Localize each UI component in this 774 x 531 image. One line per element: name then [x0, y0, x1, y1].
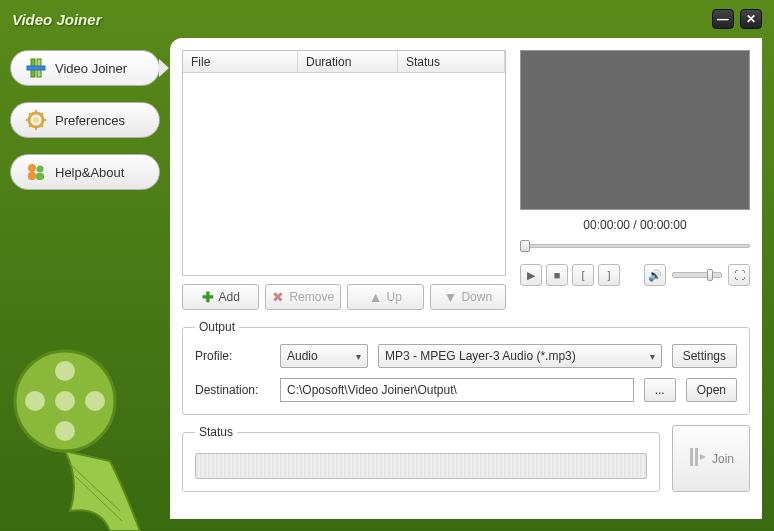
stop-button[interactable]: ■ [546, 264, 568, 286]
play-button[interactable]: ▶ [520, 264, 542, 286]
join-button[interactable]: Join [672, 425, 750, 492]
joiner-icon [25, 57, 47, 79]
nav-help-about[interactable]: Help&About [10, 154, 160, 190]
plus-icon: ✚ [201, 290, 215, 304]
app-title: Video Joiner [12, 11, 101, 28]
bracket-left-icon: [ [581, 269, 584, 281]
profile-format-select[interactable]: MP3 - MPEG Layer-3 Audio (*.mp3) [378, 344, 662, 368]
gear-icon [25, 109, 47, 131]
settings-button[interactable]: Settings [672, 344, 737, 368]
output-legend: Output [195, 320, 239, 334]
stop-icon: ■ [554, 269, 561, 281]
svg-line-9 [29, 113, 31, 115]
svg-rect-15 [28, 172, 36, 180]
down-button[interactable]: ▼ Down [430, 284, 507, 310]
mute-button[interactable]: 🔊 [644, 264, 666, 286]
up-button[interactable]: ▲ Up [347, 284, 424, 310]
preview-screen [520, 50, 750, 210]
svg-point-19 [55, 361, 75, 381]
destination-input[interactable] [280, 378, 634, 402]
progress-bar [195, 453, 647, 479]
col-file[interactable]: File [183, 51, 298, 72]
add-button[interactable]: ✚ Add [182, 284, 259, 310]
nav-preferences[interactable]: Preferences [10, 102, 160, 138]
svg-point-4 [33, 117, 39, 123]
join-icon [688, 446, 706, 471]
nav-label: Help&About [55, 165, 124, 180]
svg-point-14 [37, 166, 44, 173]
volume-slider[interactable] [672, 272, 722, 278]
nav-label: Preferences [55, 113, 125, 128]
preview-panel: 00:00:00 / 00:00:00 ▶ ■ [ ] 🔊 ⛶ [520, 50, 750, 310]
svg-rect-26 [695, 448, 698, 466]
nav-label: Video Joiner [55, 61, 127, 76]
sidebar: Video Joiner Preferences Help&About [0, 38, 170, 531]
status-legend: Status [195, 425, 237, 439]
fullscreen-button[interactable]: ⛶ [728, 264, 750, 286]
arrow-up-icon: ▲ [369, 290, 383, 304]
profile-label: Profile: [195, 349, 270, 363]
mark-out-button[interactable]: ] [598, 264, 620, 286]
destination-label: Destination: [195, 383, 270, 397]
profile-category-select[interactable]: Audio [280, 344, 368, 368]
output-group: Output Profile: Audio MP3 - MPEG Layer-3… [182, 320, 750, 415]
remove-icon: ✖ [271, 290, 285, 304]
svg-rect-16 [36, 173, 44, 180]
film-reel-decoration [10, 311, 160, 531]
seek-slider[interactable] [520, 238, 750, 254]
preview-time: 00:00:00 / 00:00:00 [520, 218, 750, 232]
arrow-down-icon: ▼ [443, 290, 457, 304]
svg-line-10 [41, 125, 43, 127]
svg-point-20 [55, 421, 75, 441]
file-list[interactable]: File Duration Status [182, 50, 506, 276]
people-icon [25, 161, 47, 183]
nav-video-joiner[interactable]: Video Joiner [10, 50, 160, 86]
status-group: Status [182, 425, 660, 492]
svg-point-18 [55, 391, 75, 411]
speaker-icon: 🔊 [648, 269, 662, 282]
svg-rect-2 [27, 66, 45, 70]
table-header: File Duration Status [183, 51, 505, 73]
svg-line-11 [41, 113, 43, 115]
open-folder-button[interactable]: Open [686, 378, 737, 402]
mark-in-button[interactable]: [ [572, 264, 594, 286]
col-status[interactable]: Status [398, 51, 505, 72]
play-icon: ▶ [527, 269, 535, 282]
svg-point-13 [28, 164, 36, 172]
close-button[interactable]: ✕ [740, 9, 762, 29]
remove-button[interactable]: ✖ Remove [265, 284, 342, 310]
minimize-button[interactable]: — [712, 9, 734, 29]
svg-rect-25 [690, 448, 693, 466]
svg-point-22 [85, 391, 105, 411]
svg-marker-27 [700, 454, 706, 460]
file-panel: File Duration Status ✚ Add ✖ Remove [182, 50, 506, 310]
col-duration[interactable]: Duration [298, 51, 398, 72]
browse-button[interactable]: ... [644, 378, 676, 402]
bracket-right-icon: ] [607, 269, 610, 281]
content-panel: File Duration Status ✚ Add ✖ Remove [170, 38, 762, 519]
window-controls: — ✕ [712, 9, 762, 29]
svg-point-21 [25, 391, 45, 411]
titlebar: Video Joiner — ✕ [0, 0, 774, 38]
svg-line-12 [29, 125, 31, 127]
fullscreen-icon: ⛶ [734, 269, 745, 281]
